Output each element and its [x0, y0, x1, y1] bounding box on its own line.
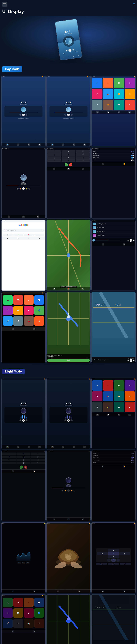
google-search-bar[interactable]: 🔍 Search or type URL 🎤 [2, 229, 44, 232]
app-waze[interactable]: 🗺 [92, 89, 102, 99]
app-photo[interactable]: 🖼 [114, 78, 124, 88]
google-forward[interactable]: ▶ [18, 238, 19, 239]
n-dial-7[interactable]: 7 [2, 459, 16, 461]
n-ctrl-next-2[interactable]: ▶▶ [70, 419, 72, 421]
dial-3[interactable]: 3 [76, 150, 90, 153]
bt-settings-nav-1[interactable]: ⚙ [102, 163, 104, 165]
google-tabs[interactable]: ⊞ [39, 238, 40, 239]
n-app-vehicle[interactable]: 🚗 [103, 391, 113, 402]
n-cp-settings[interactable]: ⚙ [14, 618, 23, 628]
app-telegram[interactable]: ✈ [92, 78, 102, 88]
cp-yt[interactable]: ▶ [24, 306, 34, 315]
eq-nav-1[interactable]: 🎵 [12, 590, 14, 592]
bt-music-close[interactable]: ✕ [44, 148, 44, 149]
nav-home[interactable]: ⌂ [96, 111, 98, 114]
map-ctrl-left[interactable]: ◀ [97, 552, 108, 555]
nav-back[interactable]: ◀ [107, 111, 109, 114]
n-nav-apps[interactable]: ⊞ [118, 414, 120, 416]
app-settings[interactable]: ⚙ [125, 78, 135, 88]
map-btn-search[interactable]: Search [108, 563, 119, 565]
playing-prev[interactable]: ⏮ [127, 240, 129, 242]
sm-nav-1[interactable]: 🎵 [102, 243, 104, 246]
eq-nav-2[interactable]: ⊞ [33, 590, 35, 592]
n2-nav-1[interactable]: 📧 [51, 446, 54, 448]
shortcut-add[interactable]: + [34, 234, 44, 236]
cp-settings[interactable]: ⚙ [14, 316, 23, 326]
n-cp-yt[interactable]: ▶ [24, 608, 34, 618]
n-dial-2[interactable]: 2 [16, 452, 30, 455]
ctrl-play-1[interactable]: ⏸ [22, 114, 25, 116]
n2-nav-4[interactable]: ⊞ [84, 446, 86, 448]
cp-home[interactable]: ⌂ [34, 316, 44, 326]
n-cp-maps[interactable]: 🗺 [14, 598, 23, 607]
zoom-out[interactable]: − [107, 558, 110, 562]
n-ctrl-play-2[interactable]: ⏸ [67, 419, 70, 422]
night-music-close[interactable]: ✕ [89, 451, 90, 452]
bt-call-nav-1[interactable]: 📞 [53, 168, 55, 170]
n-call-end[interactable]: 📵 [24, 466, 28, 469]
dial-4[interactable]: 4 [47, 153, 61, 156]
music-item-4[interactable]: 华东_双拼_9.mp3 [92, 234, 135, 237]
google-back[interactable]: ◀ [7, 238, 8, 239]
menu-icon[interactable] [2, 2, 7, 7]
waze-prev[interactable]: ⏮ [127, 360, 129, 362]
n-app-music[interactable]: ♪ [103, 380, 113, 391]
nav-phone[interactable]: 📞 [17, 144, 19, 146]
n-dial-6[interactable]: 6 [31, 456, 45, 458]
n-nav-home[interactable]: ⌂ [96, 414, 98, 416]
nav-settings[interactable]: ⚙ [28, 144, 30, 146]
map-ctrl-right[interactable]: ▶ [120, 552, 130, 555]
n-nav-1[interactable]: 📧 [6, 446, 8, 448]
n-settings-nav-1[interactable]: ⚙ [102, 466, 104, 468]
n-music-nav-2[interactable]: 🎵 [68, 518, 70, 520]
n2-nav-3[interactable]: ⚙ [73, 446, 75, 448]
n-nav-vol[interactable]: 🔊 [128, 414, 131, 416]
dial-1[interactable]: 1 [47, 150, 61, 153]
carplay-nav-2[interactable]: ⊞ [33, 328, 35, 330]
music-item-1[interactable]: 华东_双拼_3DE.mp3 [92, 222, 135, 226]
dial-9[interactable]: 9 [76, 156, 90, 159]
map-ctrl-center[interactable]: ⊙ [108, 552, 119, 555]
ctrl-next-1[interactable]: ▶▶ [26, 114, 28, 116]
n-nav-4[interactable]: ⊞ [38, 446, 41, 448]
dial-8[interactable]: 8 [62, 156, 76, 159]
sm-nav-2[interactable]: ⊞ [123, 243, 126, 246]
nav-settings-2[interactable]: ⚙ [73, 144, 75, 146]
n-app-dvd[interactable]: 💿 [114, 402, 124, 412]
app-eq[interactable]: 🎚 [92, 100, 102, 110]
dial-7[interactable]: 7 [47, 156, 61, 159]
nav-email[interactable]: 📧 [6, 144, 8, 146]
map-ctrl-nav-1[interactable]: 🗺 [102, 590, 104, 592]
n-app-more[interactable]: ⊕ [125, 391, 135, 402]
bt-call-close[interactable]: ✕ [89, 148, 90, 149]
dial-2[interactable]: 2 [62, 150, 76, 153]
n-cp-home[interactable]: ⌂ [34, 618, 44, 628]
n-auto-answer-toggle[interactable] [131, 457, 134, 458]
cp-podcasts[interactable]: 🎙 [3, 306, 12, 315]
n-call-accept[interactable]: 📞 [20, 466, 23, 469]
map-btn-route[interactable]: Route [96, 563, 107, 565]
cp-audible[interactable]: 📖 [14, 306, 23, 315]
music-item-3[interactable]: 华东_双拼_8.mp3 [92, 230, 135, 234]
n-bt-prev[interactable]: ⏮ [62, 490, 64, 492]
next-btn[interactable]: ▶▶ [72, 48, 74, 51]
n-app-radio[interactable]: 📻 [103, 402, 113, 412]
n-bt-next[interactable]: ⏭ [74, 490, 75, 492]
n-music-nav-1[interactable]: 📞 [53, 518, 55, 520]
n-app-yt[interactable]: ▶ [125, 402, 135, 412]
cp-siri[interactable]: 🎤 [3, 316, 12, 326]
cp-maps[interactable]: 🗺 [14, 295, 23, 305]
shortcut-1[interactable]: Y [3, 234, 13, 236]
map-btn-gps[interactable]: GPS [120, 563, 131, 565]
n-app-eq[interactable]: 🎚 [92, 402, 102, 412]
map-ctrl-up[interactable]: ▲ [108, 549, 119, 552]
bt-prev[interactable]: ⏮ [17, 188, 18, 190]
auto-answer-toggle[interactable] [131, 155, 134, 156]
app-radio[interactable]: 📻 [103, 100, 113, 110]
bt-call-nav-3[interactable]: ⚙ [82, 168, 84, 170]
n-ctrl-next-1[interactable]: ▶▶ [26, 419, 28, 421]
call-end[interactable]: 📵 [69, 163, 72, 166]
ctrl-next-2[interactable]: ▶▶ [70, 114, 72, 116]
n-call-nav-1[interactable]: 📞 [12, 470, 14, 472]
n-cp-phone[interactable]: 📞 [3, 598, 12, 607]
